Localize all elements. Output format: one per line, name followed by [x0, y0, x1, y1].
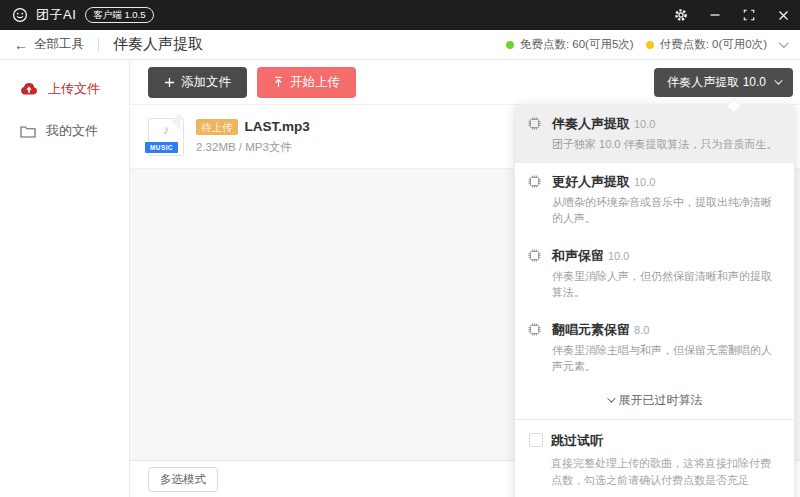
upload-status-badge: 待上传 — [196, 119, 238, 135]
page-header: ← 全部工具 伴奏人声提取 免费点数: 60(可用5次) 付费点数: 0(可用0… — [0, 30, 800, 60]
back-arrow-icon: ← — [14, 37, 28, 53]
algorithm-option-harmony-keep[interactable]: 和声保留10.0 伴奏里消除人声，但仍然保留清晰和声的提取算法。 — [515, 237, 794, 311]
titlebar: 团子AI 客户端 1.0.5 — [0, 0, 800, 30]
app-logo-icon — [12, 7, 28, 23]
maximize-button[interactable] — [732, 0, 766, 30]
option-version: 10.0 — [634, 176, 655, 188]
add-file-button[interactable]: 添加文件 — [148, 67, 247, 98]
algorithm-option-accompaniment-vocal-extract[interactable]: 伴奏人声提取10.0 团子独家 10.0 伴奏提取算法，只为音质而生。 — [515, 105, 794, 163]
free-points-label: 免费点数: 60(可用5次) — [520, 37, 634, 52]
expand-deprecated-algorithms[interactable]: 展开已过时算法 — [515, 385, 794, 419]
multi-select-mode-button[interactable]: 多选模式 — [148, 467, 218, 492]
algorithm-dropdown-panel: 伴奏人声提取10.0 团子独家 10.0 伴奏提取算法，只为音质而生。 更好人声… — [514, 104, 795, 497]
option-version: 10.0 — [608, 250, 629, 262]
chevron-down-icon — [774, 76, 782, 84]
file-meta: 2.32MB / MP3文件 — [196, 140, 310, 155]
sidebar-item-upload-files[interactable]: 上传文件 — [0, 68, 129, 110]
option-title: 更好人声提取 — [552, 174, 630, 189]
paid-points-dot — [646, 41, 654, 49]
back-label: 全部工具 — [34, 36, 84, 53]
skip-preview-section: 跳过试听 直接完整处理上传的歌曲，这将直接扣除付费点数，勾选之前请确认付费点数是… — [515, 420, 794, 497]
skip-preview-description: 直接完整处理上传的歌曲，这将直接扣除付费点数，勾选之前请确认付费点数是否充足 — [551, 455, 780, 489]
plus-icon — [164, 77, 175, 88]
upload-arrow-icon — [273, 76, 284, 88]
expand-label: 展开已过时算法 — [619, 392, 703, 409]
option-title: 伴奏人声提取 — [552, 116, 630, 131]
algorithm-selector-button[interactable]: 伴奏人声提取 10.0 — [654, 68, 793, 97]
option-title: 和声保留 — [552, 248, 604, 263]
chip-icon — [527, 116, 542, 131]
option-title: 翻唱元素保留 — [552, 322, 630, 337]
music-type-tag: MUSIC — [145, 142, 178, 153]
version-badge: 客户端 1.0.5 — [85, 7, 153, 23]
sidebar-item-label: 我的文件 — [46, 122, 98, 140]
sidebar: 上传文件 我的文件 — [0, 60, 130, 497]
algorithm-option-cover-elements-keep[interactable]: 翻唱元素保留8.0 伴奏里消除主唱与和声，但保留无需翻唱的人声元素。 — [515, 311, 794, 385]
folder-icon — [20, 125, 36, 138]
back-to-all-tools[interactable]: ← 全部工具 — [14, 36, 84, 53]
page-title: 伴奏人声提取 — [113, 35, 203, 54]
toolbar: 添加文件 开始上传 伴奏人声提取 10.0 — [130, 60, 800, 105]
app-name: 团子AI — [36, 6, 76, 24]
close-button[interactable] — [766, 0, 800, 30]
paid-points-label: 付费点数: 0(可用0次) — [660, 37, 767, 52]
settings-gear-icon[interactable] — [664, 0, 698, 30]
option-description: 团子独家 10.0 伴奏提取算法，只为音质而生。 — [552, 137, 778, 153]
option-description: 伴奏里消除主唱与和声，但保留无需翻唱的人声元素。 — [552, 343, 782, 375]
start-upload-label: 开始上传 — [290, 74, 340, 91]
option-version: 8.0 — [634, 324, 649, 336]
sidebar-item-my-files[interactable]: 我的文件 — [0, 110, 129, 152]
upload-cloud-icon — [20, 82, 38, 96]
option-description: 从嘈杂的环境杂音或音乐中，提取出纯净清晰的人声。 — [552, 195, 782, 227]
sidebar-item-label: 上传文件 — [48, 80, 100, 98]
file-name: LAST.mp3 — [245, 119, 310, 134]
algorithm-selector-label: 伴奏人声提取 10.0 — [667, 74, 766, 91]
points-chevron-down-icon — [779, 38, 789, 48]
option-version: 10.0 — [634, 118, 655, 130]
skip-preview-checkbox[interactable] — [529, 433, 543, 447]
minimize-button[interactable] — [698, 0, 732, 30]
skip-preview-label[interactable]: 跳过试听 — [551, 432, 780, 450]
add-file-label: 添加文件 — [181, 74, 231, 91]
start-upload-button[interactable]: 开始上传 — [257, 67, 356, 98]
option-description: 伴奏里消除人声，但仍然保留清晰和声的提取算法。 — [552, 269, 782, 301]
chip-icon — [527, 322, 542, 337]
music-file-icon: ♪ MUSIC — [148, 118, 184, 156]
header-divider — [98, 38, 99, 52]
chevron-down-icon — [607, 394, 615, 402]
app-window: 团子AI 客户端 1.0.5 ← 全部工具 伴奏人声提取 免费点数: — [0, 0, 800, 497]
chip-icon — [527, 248, 542, 263]
free-points-dot — [506, 41, 514, 49]
algorithm-option-better-vocal-extract[interactable]: 更好人声提取10.0 从嘈杂的环境杂音或音乐中，提取出纯净清晰的人声。 — [515, 163, 794, 237]
points-summary[interactable]: 免费点数: 60(可用5次) 付费点数: 0(可用0次) — [506, 37, 786, 52]
chip-icon — [527, 174, 542, 189]
